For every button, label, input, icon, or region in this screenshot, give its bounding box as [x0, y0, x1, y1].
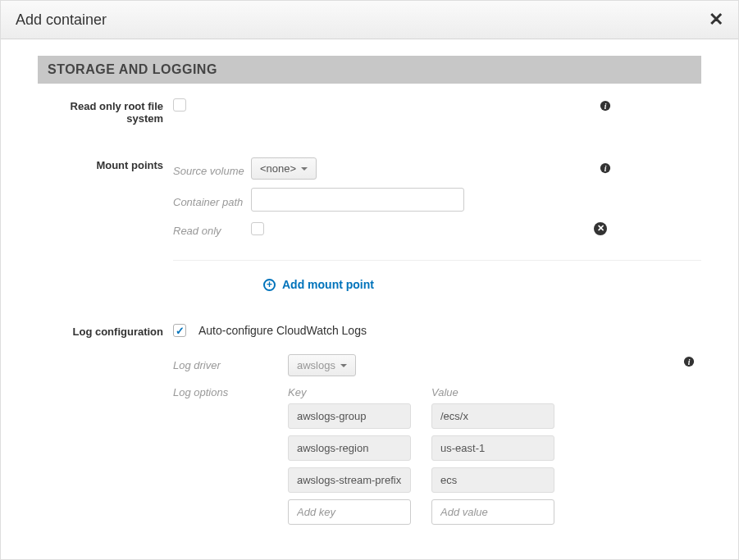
- plus-icon: +: [263, 279, 276, 291]
- mount-points-label: Mount points: [38, 157, 173, 171]
- source-volume-dropdown[interactable]: <none>: [251, 157, 317, 180]
- source-volume-selected: <none>: [260, 162, 296, 175]
- source-volume-row: Source volume <none>: [173, 157, 701, 180]
- log-option-value-input[interactable]: [431, 435, 554, 461]
- log-option-add-key-input[interactable]: [288, 499, 411, 525]
- section-title: STORAGE AND LOGGING: [48, 62, 691, 77]
- info-icon[interactable]: i: [600, 100, 611, 112]
- auto-configure-checkbox[interactable]: [173, 324, 186, 337]
- modal-title: Add container: [16, 11, 107, 29]
- log-option-key-input[interactable]: [288, 435, 411, 461]
- kv-header: Key Value: [288, 386, 554, 398]
- kv-key-header: Key: [288, 386, 411, 398]
- log-config-row: Log configuration Auto-configure CloudWa…: [38, 324, 701, 338]
- log-option-key-input[interactable]: [288, 403, 411, 429]
- mount-read-only-checkbox[interactable]: [251, 222, 264, 235]
- add-mount-point-button[interactable]: + Add mount point: [263, 278, 374, 291]
- svg-text:i: i: [604, 102, 607, 111]
- close-icon[interactable]: ✕: [709, 11, 723, 29]
- remove-mount-icon[interactable]: ✕: [594, 222, 607, 235]
- log-option-value-input[interactable]: [431, 467, 554, 493]
- add-mount-row: + Add mount point: [38, 277, 701, 291]
- mount-points-row: Mount points i Source volume <none> Cont…: [38, 157, 701, 261]
- source-volume-label: Source volume: [173, 160, 251, 177]
- modal-header: Add container ✕: [1, 1, 738, 39]
- log-driver-dropdown[interactable]: awslogs: [288, 354, 356, 376]
- kv-value-header: Value: [431, 386, 554, 398]
- log-sub-section: Log driver awslogs i Log options Key Val…: [38, 354, 701, 531]
- kv-row: [288, 403, 554, 429]
- log-options-label: Log options: [173, 386, 288, 398]
- container-path-row: Container path: [173, 188, 701, 212]
- chevron-down-icon: [301, 167, 308, 171]
- add-mount-point-label: Add mount point: [282, 278, 374, 291]
- mount-read-only-row: Read only ✕: [173, 220, 701, 237]
- kv-row-empty: [288, 499, 554, 525]
- mount-read-only-label: Read only: [173, 220, 251, 237]
- kv-row: [288, 467, 554, 493]
- auto-configure-label: Auto-configure CloudWatch Logs: [198, 324, 367, 337]
- modal-body: STORAGE AND LOGGING Read only root file …: [1, 39, 738, 549]
- log-option-value-input[interactable]: [431, 403, 554, 429]
- kv-row: [288, 435, 554, 461]
- log-option-add-value-input[interactable]: [431, 499, 554, 525]
- modal: Add container ✕ STORAGE AND LOGGING Read…: [0, 0, 739, 560]
- svg-text:i: i: [688, 357, 691, 367]
- log-option-key-input[interactable]: [288, 467, 411, 493]
- read-only-root-row: Read only root file system i: [38, 98, 701, 125]
- section-header: STORAGE AND LOGGING: [38, 56, 701, 84]
- container-path-input[interactable]: [251, 188, 464, 212]
- container-path-label: Container path: [173, 191, 251, 208]
- log-driver-selected: awslogs: [297, 359, 335, 371]
- log-driver-label: Log driver: [173, 359, 288, 371]
- info-icon[interactable]: i: [683, 356, 695, 367]
- chevron-down-icon: [340, 364, 347, 367]
- read-only-root-checkbox[interactable]: [173, 98, 186, 112]
- read-only-root-label: Read only root file system: [38, 98, 173, 125]
- log-options-table: Key Value: [288, 386, 554, 531]
- log-config-label: Log configuration: [38, 324, 173, 338]
